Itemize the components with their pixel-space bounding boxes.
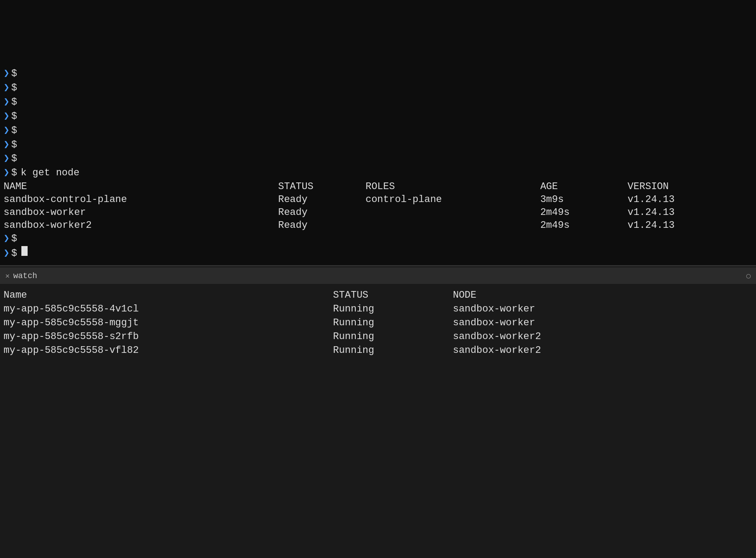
empty-prompt-7: ❯ $ xyxy=(0,152,756,166)
node-name-0: sandbox-control-plane xyxy=(4,193,278,206)
prompt-dollar-6: $ xyxy=(11,138,17,152)
empty-prompt-4: ❯ $ xyxy=(0,109,756,124)
col-header-status: STATUS xyxy=(278,180,366,193)
empty-prompt-3: ❯ $ xyxy=(0,95,756,109)
table-header-row: NAME STATUS ROLES AGE VERSION xyxy=(4,180,752,193)
pod-col-header-node: NODE xyxy=(453,288,752,302)
prompt-arrow-3: ❯ xyxy=(4,95,9,109)
empty-prompt-2: ❯ $ xyxy=(0,81,756,95)
node-version-0: v1.24.13 xyxy=(628,193,752,206)
node-version-1: v1.24.13 xyxy=(628,206,752,219)
prompt-arrow-cursor: ❯ xyxy=(4,247,9,261)
empty-prompt-6: ❯ $ xyxy=(0,138,756,152)
prompt-dollar-5: $ xyxy=(11,124,17,138)
col-header-roles: ROLES xyxy=(366,180,540,193)
pod-status-0: Running xyxy=(333,302,453,316)
node-age-2: 2m49s xyxy=(540,219,627,232)
terminal-output: NAME STATUS ROLES AGE VERSION sandbox-co… xyxy=(0,180,756,232)
pod-col-header-status: STATUS xyxy=(333,288,453,302)
prompt-arrow: ❯ xyxy=(4,67,9,81)
prompt-arrow-6: ❯ xyxy=(4,138,9,152)
prompt-dollar-7: $ xyxy=(11,152,17,166)
node-status-1: Ready xyxy=(278,206,366,219)
pod-node-0: sandbox-worker xyxy=(453,302,752,316)
prompt-arrow-2: ❯ xyxy=(4,81,9,95)
tab-right-button[interactable]: ◯ xyxy=(746,271,751,280)
node-status-2: Ready xyxy=(278,219,366,232)
watch-panel: Name STATUS NODE my-app-585c9c5558-4v1cl… xyxy=(0,284,756,558)
prompt-dollar-2: $ xyxy=(11,81,17,95)
table-row: sandbox-worker2 Ready 2m49s v1.24.13 xyxy=(4,219,752,232)
list-item: my-app-585c9c5558-4v1cl Running sandbox-… xyxy=(4,302,752,316)
prompt-arrow-4: ❯ xyxy=(4,109,9,124)
empty-prompt-1: ❯ $ xyxy=(0,67,756,81)
col-header-version: VERSION xyxy=(628,180,752,193)
prompt-dollar-cmd: $ xyxy=(11,166,17,180)
terminal-cursor xyxy=(21,246,28,256)
pod-col-header-name: Name xyxy=(4,288,333,302)
empty-prompt-5: ❯ $ xyxy=(0,124,756,138)
pod-status-1: Running xyxy=(333,316,453,330)
pod-node-2: sandbox-worker2 xyxy=(453,330,752,344)
pod-node-3: sandbox-worker2 xyxy=(453,344,752,357)
prompt-dollar-4: $ xyxy=(11,109,17,124)
prompt-arrow-5: ❯ xyxy=(4,124,9,138)
tab-label: watch xyxy=(13,271,37,280)
node-table: NAME STATUS ROLES AGE VERSION sandbox-co… xyxy=(4,180,752,232)
prompt-dollar-after: $ xyxy=(11,232,17,246)
pod-name-0: my-app-585c9c5558-4v1cl xyxy=(4,302,333,316)
list-item: my-app-585c9c5558-s2rfb Running sandbox-… xyxy=(4,330,752,344)
pod-node-1: sandbox-worker xyxy=(453,316,752,330)
prompt-dollar-cursor: $ xyxy=(11,247,17,261)
prompt-arrow-after: ❯ xyxy=(4,232,9,246)
list-item: my-app-585c9c5558-vfl82 Running sandbox-… xyxy=(4,344,752,357)
node-status-0: Ready xyxy=(278,193,366,206)
node-age-1: 2m49s xyxy=(540,206,627,219)
node-age-0: 3m9s xyxy=(540,193,627,206)
tab-bar: ✕ watch ◯ xyxy=(0,267,756,284)
cursor-line[interactable]: ❯ $ xyxy=(0,246,756,261)
node-name-1: sandbox-worker xyxy=(4,206,278,219)
pod-status-2: Running xyxy=(333,330,453,344)
lower-section: ✕ watch ◯ Name STATUS NODE my-app-585c9c… xyxy=(0,267,756,558)
tab-close-icon[interactable]: ✕ xyxy=(5,271,10,280)
after-prompt-1: ❯ $ xyxy=(0,232,756,246)
terminal-top: ❯ $ ❯ $ ❯ $ ❯ $ ❯ $ ❯ $ ❯ $ ❯ $ k get no… xyxy=(0,0,756,265)
prompt-dollar-3: $ xyxy=(11,95,17,109)
prompt-arrow-cmd: ❯ xyxy=(4,166,9,180)
node-name-2: sandbox-worker2 xyxy=(4,219,278,232)
pod-table-header-row: Name STATUS NODE xyxy=(4,288,752,302)
command-line: ❯ $ k get node xyxy=(0,166,756,180)
command-text: k get node xyxy=(20,166,79,180)
node-version-2: v1.24.13 xyxy=(628,219,752,232)
pod-name-1: my-app-585c9c5558-mggjt xyxy=(4,316,333,330)
table-row: sandbox-control-plane Ready control-plan… xyxy=(4,193,752,206)
prompt-arrow-7: ❯ xyxy=(4,152,9,166)
pod-table: Name STATUS NODE my-app-585c9c5558-4v1cl… xyxy=(4,288,752,357)
prompt-dollar: $ xyxy=(11,67,17,81)
table-row: sandbox-worker Ready 2m49s v1.24.13 xyxy=(4,206,752,219)
node-roles-0: control-plane xyxy=(366,193,540,206)
col-header-name: NAME xyxy=(4,180,278,193)
col-header-age: AGE xyxy=(540,180,627,193)
pod-name-2: my-app-585c9c5558-s2rfb xyxy=(4,330,333,344)
node-roles-2 xyxy=(366,219,540,232)
node-roles-1 xyxy=(366,206,540,219)
list-item: my-app-585c9c5558-mggjt Running sandbox-… xyxy=(4,316,752,330)
pod-status-3: Running xyxy=(333,344,453,357)
pod-name-3: my-app-585c9c5558-vfl82 xyxy=(4,344,333,357)
